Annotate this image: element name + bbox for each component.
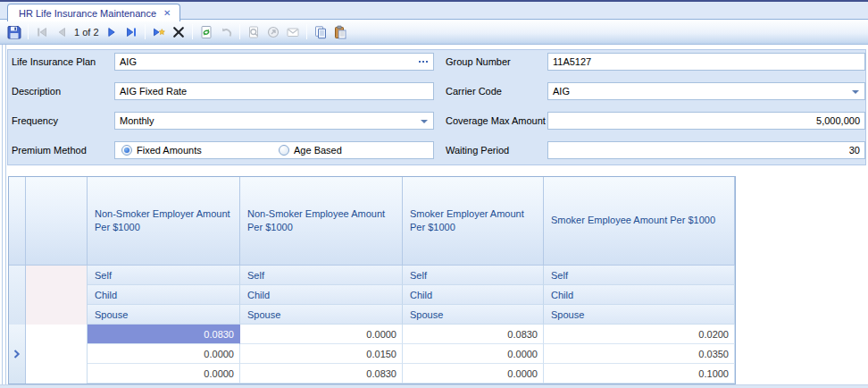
radio-selected-icon [121,145,132,156]
grid-corner-cell [26,177,88,266]
description-value: AIG Fixed Rate [120,86,187,97]
toolbar-separator [145,24,146,39]
next-record-icon [104,25,119,39]
frequency-dropdown[interactable]: Monthly [114,112,434,130]
grid-corner-cell [9,177,26,266]
new-record-icon [152,25,166,39]
tab-title: HR Life Insurance Maintenance [19,8,156,19]
undo-icon [219,25,233,39]
first-record-icon [35,25,49,39]
email-icon [286,25,300,39]
grid-cell[interactable]: 0.0150 [240,344,403,364]
copy-button[interactable] [311,22,330,42]
carrier-code-label: Carrier Code [446,86,546,97]
record-position-label: 1 of 2 [74,27,99,38]
band-label-child: Child [544,285,735,305]
waiting-period-input[interactable]: 30 [547,141,865,159]
new-record-button[interactable] [149,22,169,42]
grid-cell[interactable]: 0.0000 [88,364,240,384]
life-insurance-plan-input[interactable]: AIG [114,53,434,71]
grid-cell[interactable]: 0.0000 [403,344,544,364]
carrier-code-dropdown[interactable]: AIG [547,82,865,100]
radio-age-based-label: Age Based [294,145,342,156]
delete-record-button[interactable] [169,22,188,42]
grid-cell[interactable]: 0.0830 [403,325,544,344]
group-number-input[interactable]: 11A5127 [547,53,865,71]
paste-button[interactable] [330,22,350,42]
print-preview-button[interactable] [244,22,263,42]
band-label-self: Self [88,266,240,285]
previous-record-button[interactable] [52,22,71,42]
save-button[interactable] [4,22,24,42]
lookup-ellipsis-icon[interactable] [419,61,428,63]
premium-method-label: Premium Method [12,145,112,156]
toolbar-separator [239,24,240,39]
last-record-button[interactable] [121,22,141,42]
frequency-value: Monthly [120,115,154,126]
toolbar-separator [306,24,307,39]
grid-cell[interactable]: 0.0000 [88,344,240,364]
column-header-label: Smoker Employer Amount Per $1000 [410,207,536,235]
radio-age-based[interactable]: Age Based [279,145,342,156]
refresh-icon [199,25,213,39]
grid-cell[interactable]: 0.1000 [544,364,735,384]
chevron-down-icon[interactable] [852,90,859,94]
copy-icon [313,25,328,39]
tab-strip: HR Life Insurance Maintenance ✕ [0,0,868,20]
radio-unselected-icon [279,145,289,156]
life-insurance-plan-value: AIG [120,56,137,67]
waiting-period-label: Waiting Period [446,145,546,156]
grid-cell[interactable]: 0.0350 [544,344,735,364]
grid-cell[interactable]: 0.0830 [240,364,403,384]
column-header-smoker-employer[interactable]: Smoker Employer Amount Per $1000 [403,177,544,266]
last-record-icon [124,25,138,39]
column-header-label: Non-Smoker Employer Amount Per $1000 [95,207,232,235]
coverage-max-amount-value: 5,000,000 [816,115,860,126]
window-left-edge [0,45,7,388]
next-record-button[interactable] [102,22,121,42]
toolbar-separator [192,24,193,39]
grid-cell[interactable]: 0.0200 [544,325,735,344]
refresh-button[interactable] [196,22,216,42]
previous-record-icon [54,25,69,39]
band-label-self: Self [240,266,403,285]
coverage-max-amount-input[interactable]: 5,000,000 [547,112,865,130]
radio-fixed-amounts[interactable]: Fixed Amounts [121,145,202,156]
export-icon [266,25,280,39]
save-icon [7,25,21,39]
toolbar-separator [28,24,29,39]
toolbar: 1 of 2 [0,20,868,45]
group-number-value: 11A5127 [553,56,591,67]
coverage-max-amount-label: Coverage Max Amount [446,115,546,126]
bottom-panel-edge [0,384,868,388]
current-row-indicator [9,325,26,384]
column-header-nonsmoker-employer[interactable]: Non-Smoker Employer Amount Per $1000 [88,177,240,266]
grid-cell[interactable]: 0.0000 [403,364,544,384]
tab-hr-life-insurance-maintenance[interactable]: HR Life Insurance Maintenance ✕ [7,4,180,21]
grid-cell[interactable]: 0.0000 [240,325,403,344]
first-record-button[interactable] [32,22,52,42]
grid-rowheader-band [26,266,88,325]
band-label-spouse: Spouse [88,305,240,325]
tab-close-icon[interactable]: ✕ [163,8,171,18]
band-label-spouse: Spouse [403,305,544,325]
carrier-code-value: AIG [553,86,570,97]
column-header-smoker-employee[interactable]: Smoker Employee Amount Per $1000 [544,177,735,266]
grid-cell-selected[interactable]: 0.0830 [88,325,240,344]
column-header-nonsmoker-employee[interactable]: Non-Smoker Employee Amount Per $1000 [240,177,403,266]
export-button[interactable] [263,22,283,42]
undo-button[interactable] [216,22,236,42]
radio-fixed-amounts-label: Fixed Amounts [137,145,202,156]
premium-method-group: Fixed Amounts Age Based [114,141,434,159]
email-button[interactable] [283,22,303,42]
band-label-child: Child [403,285,544,305]
paste-icon [333,25,347,39]
grid-rowheader-data [26,325,88,384]
description-input[interactable]: AIG Fixed Rate [114,82,434,100]
rates-grid: Non-Smoker Employer Amount Per $1000 Non… [8,176,736,384]
column-header-label: Non-Smoker Employee Amount Per $1000 [247,207,395,235]
group-number-label: Group Number [446,56,546,67]
band-label-child: Child [88,285,240,305]
chevron-down-icon[interactable] [421,120,428,123]
band-label-child: Child [240,285,403,305]
